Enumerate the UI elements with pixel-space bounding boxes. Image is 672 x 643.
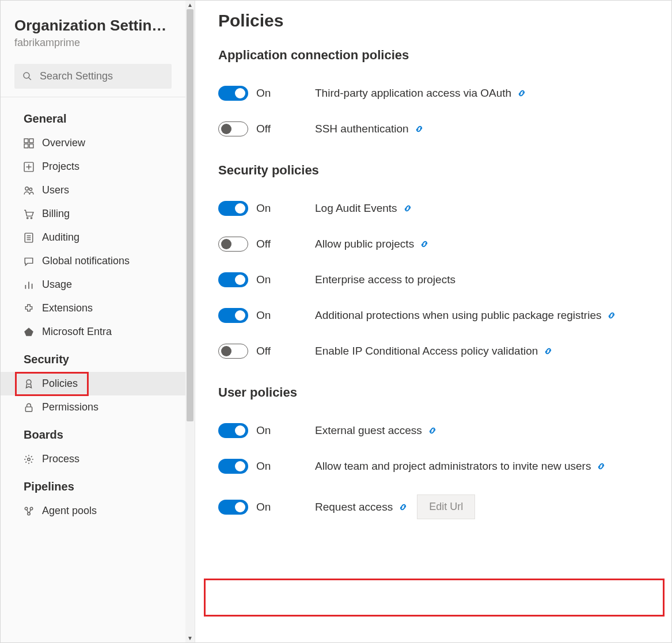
policy-desc: SSH authentication [315, 123, 409, 135]
svg-rect-4 [24, 144, 28, 148]
main-content: Policies Application connection policies… [195, 1, 671, 642]
svg-point-12 [31, 217, 32, 218]
svg-rect-5 [29, 144, 33, 148]
sidebar-item-overview[interactable]: Overview [1, 131, 185, 155]
scroll-down-icon[interactable]: ▼ [187, 634, 193, 642]
scroll-thumb[interactable] [187, 9, 193, 421]
users-icon [24, 185, 34, 196]
nav-group-pipelines: Pipelines [1, 471, 185, 499]
toggle-public-projects[interactable] [218, 237, 248, 252]
nav-label: Projects [42, 161, 79, 173]
nav-group-boards: Boards [1, 419, 185, 447]
policy-desc: Log Audit Events [315, 202, 397, 215]
sidebar-item-auditing[interactable]: Auditing [1, 226, 185, 249]
toggle-request-access[interactable] [218, 500, 248, 515]
policy-row-request-access: On Request access Edit Url [218, 484, 648, 530]
svg-rect-21 [25, 406, 32, 411]
page-title: Policies [218, 11, 648, 31]
sidebar-item-process[interactable]: Process [1, 447, 185, 471]
toggle-ip-conditional[interactable] [218, 344, 248, 359]
svg-point-0 [24, 72, 29, 78]
sidebar-item-extensions[interactable]: Extensions [1, 296, 185, 320]
sidebar-item-permissions[interactable]: Permissions [1, 395, 185, 419]
link-icon[interactable] [428, 426, 437, 435]
search-settings[interactable] [14, 64, 172, 89]
toggle-package-protections[interactable] [218, 308, 248, 323]
puzzle-icon [24, 303, 34, 314]
policy-desc: Enable IP Conditional Access policy vali… [315, 345, 538, 357]
policy-desc: Enterprise access to projects [315, 273, 455, 286]
sidebar-item-projects[interactable]: Projects [1, 155, 185, 178]
sidebar-item-usage[interactable]: Usage [1, 273, 185, 296]
nav-label: Usage [42, 279, 72, 291]
sidebar-item-policies[interactable]: Policies [1, 372, 185, 395]
agents-icon [24, 506, 34, 516]
toggle-guest-access[interactable] [218, 423, 248, 438]
nav-label: Users [42, 184, 69, 196]
search-input[interactable] [39, 70, 164, 83]
sidebar-item-billing[interactable]: Billing [1, 202, 185, 226]
nav-label: Permissions [42, 401, 98, 413]
org-settings-title: Organization Settin… [14, 17, 172, 35]
svg-point-23 [25, 507, 28, 510]
toggle-state: On [256, 424, 271, 437]
toggle-state: On [256, 87, 271, 100]
nav-label: Billing [42, 208, 70, 220]
search-icon [22, 71, 32, 82]
svg-point-25 [28, 512, 31, 515]
nav-label: Extensions [42, 302, 93, 314]
link-icon[interactable] [517, 89, 526, 98]
grid-icon [24, 138, 34, 149]
link-icon[interactable] [415, 124, 424, 134]
link-icon[interactable] [597, 462, 606, 471]
sidebar-scrollbar[interactable]: ▲ ▼ [185, 1, 195, 642]
link-icon[interactable] [544, 347, 553, 356]
policy-desc: Request access [315, 501, 393, 513]
toggle-state: On [256, 309, 271, 322]
sidebar-item-microsoft-entra[interactable]: Microsoft Entra [1, 320, 185, 344]
gear-icon [24, 454, 34, 465]
policy-row-enterprise-access: On Enterprise access to projects [218, 262, 648, 298]
sidebar-item-users[interactable]: Users [1, 178, 185, 202]
toggle-invite-users[interactable] [218, 459, 248, 474]
toggle-state: Off [256, 238, 271, 250]
sidebar-item-agent-pools[interactable]: Agent pools [1, 499, 185, 523]
nav-label: Agent pools [42, 505, 97, 517]
bar-chart-icon [24, 280, 34, 290]
link-icon[interactable] [403, 204, 412, 213]
policy-row-oauth: On Third-party application access via OA… [218, 75, 648, 111]
badge-icon [24, 379, 34, 389]
policy-desc: Additional protections when using public… [315, 309, 601, 322]
policy-row-guest-access: On External guest access [218, 413, 648, 448]
toggle-state: On [256, 273, 271, 286]
policy-row-audit: On Log Audit Events [218, 191, 648, 226]
section-application-connection: Application connection policies [218, 48, 648, 63]
nav-label: Process [42, 453, 79, 465]
policy-row-ssh: Off SSH authentication [218, 111, 648, 147]
edit-url-button[interactable]: Edit Url [417, 494, 475, 519]
policy-desc: External guest access [315, 424, 422, 437]
policy-desc: Third-party application access via OAuth [315, 87, 511, 100]
toggle-enterprise-access[interactable] [218, 272, 248, 287]
policy-row-ip-conditional: Off Enable IP Conditional Access policy … [218, 333, 648, 369]
sidebar-item-global-notifications[interactable]: Global notifications [1, 249, 185, 273]
link-icon[interactable] [607, 311, 616, 320]
link-icon[interactable] [420, 239, 429, 249]
toggle-oauth[interactable] [218, 86, 248, 101]
toggle-state: On [256, 202, 271, 215]
toggle-state: Off [256, 123, 271, 135]
lock-icon [24, 402, 34, 413]
nav-label: Auditing [42, 231, 79, 243]
link-icon[interactable] [398, 503, 408, 512]
svg-point-20 [26, 379, 31, 384]
svg-point-22 [28, 458, 31, 461]
list-icon [24, 233, 34, 243]
org-name: fabrikamprime [14, 37, 172, 49]
toggle-audit[interactable] [218, 201, 248, 216]
scroll-up-icon[interactable]: ▲ [187, 1, 193, 9]
entra-icon [24, 327, 34, 337]
toggle-ssh[interactable] [218, 121, 248, 136]
toggle-state: Off [256, 345, 271, 357]
plus-box-icon [24, 162, 34, 172]
svg-point-10 [29, 188, 32, 191]
